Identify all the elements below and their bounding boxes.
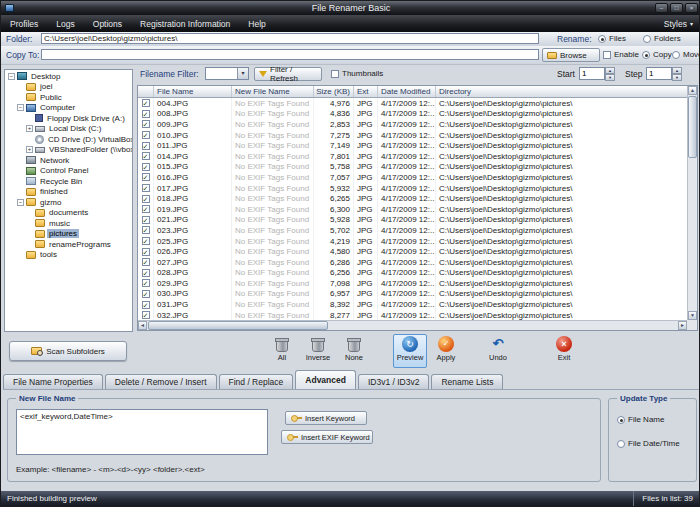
browse-button[interactable]: Browse <box>542 48 600 62</box>
start-up-icon[interactable]: ▲ <box>605 67 615 74</box>
table-row[interactable]: ✓028.JPGNo EXIF Tags Found6,256JPG4/17/2… <box>138 268 687 279</box>
row-checkbox[interactable]: ✓ <box>142 184 150 192</box>
table-row[interactable]: ✓018.JPGNo EXIF Tags Found6,265JPG4/17/2… <box>138 193 687 204</box>
tree-item-desktop[interactable]: −Desktop <box>5 71 132 82</box>
row-checkbox[interactable]: ✓ <box>142 248 150 256</box>
menu-item-help[interactable]: Help <box>239 15 274 32</box>
start-stepper[interactable]: ▲▼ <box>579 67 615 80</box>
all-button[interactable]: All <box>265 334 299 368</box>
row-checkbox[interactable]: ✓ <box>142 290 150 298</box>
tree-item-cd-drive-d-virtualbox-guest[interactable]: CD Drive (D:) VirtualBox Guest <box>5 134 132 145</box>
table-row[interactable]: ✓023.JPGNo EXIF Tags Found5,702JPG4/17/2… <box>138 225 687 236</box>
row-checkbox[interactable]: ✓ <box>142 311 150 319</box>
table-row[interactable]: ✓021.JPGNo EXIF Tags Found5,928JPG4/17/2… <box>138 215 687 226</box>
new-file-name-input[interactable]: <exif_keyword,DateTime> <box>16 409 268 455</box>
tree-item-pictures[interactable]: pictures <box>5 229 132 240</box>
tree-item-joel[interactable]: joel <box>5 82 132 93</box>
tab-file-name-properties[interactable]: File Name Properties <box>3 374 103 389</box>
vertical-scroll-thumb[interactable] <box>688 96 697 158</box>
insert-exif-keyword-button[interactable]: Insert EXIF Keyword <box>281 430 373 444</box>
tree-expander-icon[interactable]: + <box>26 125 33 132</box>
tree-item-public[interactable]: Public <box>5 92 132 103</box>
menu-item-registration-information[interactable]: Registration Information <box>131 15 239 32</box>
filename-filter-combo[interactable]: ▾ <box>205 67 249 80</box>
table-row[interactable]: ✓009.JPGNo EXIF Tags Found2,853JPG4/17/2… <box>138 119 687 130</box>
copy-option[interactable]: Copy <box>642 50 672 59</box>
insert-keyword-button[interactable]: Insert Keyword <box>285 411 367 425</box>
scroll-down-icon[interactable]: ▼ <box>688 311 697 320</box>
rename-files-option[interactable]: Files <box>598 34 626 43</box>
table-row[interactable]: ✓030.JPGNo EXIF Tags Found6,957JPG4/17/2… <box>138 289 687 300</box>
scroll-right-icon[interactable]: ► <box>678 321 687 330</box>
update-file-name-option[interactable]: File Name <box>617 415 664 424</box>
tree-item-renameprograms[interactable]: renamePrograms <box>5 239 132 250</box>
column-header-ext[interactable]: Ext <box>354 86 378 97</box>
menu-item-options[interactable]: Options <box>84 15 131 32</box>
combo-dropdown-icon[interactable]: ▾ <box>237 68 248 79</box>
row-checkbox[interactable]: ✓ <box>142 279 150 287</box>
row-checkbox[interactable]: ✓ <box>142 110 150 118</box>
tree-item-tools[interactable]: tools <box>5 250 132 261</box>
tab-find-replace[interactable]: Find / Replace <box>219 374 294 389</box>
table-row[interactable]: ✓017.JPGNo EXIF Tags Found5,932JPG4/17/2… <box>138 183 687 194</box>
table-row[interactable]: ✓026.JPGNo EXIF Tags Found4,580JPG4/17/2… <box>138 246 687 257</box>
scroll-up-icon[interactable]: ▲ <box>688 86 697 95</box>
row-checkbox[interactable]: ✓ <box>142 142 150 150</box>
tree-expander-icon[interactable]: − <box>17 199 24 206</box>
row-checkbox[interactable]: ✓ <box>142 131 150 139</box>
maximize-button[interactable]: □ <box>670 3 683 13</box>
tree-item-network[interactable]: Network <box>5 155 132 166</box>
row-checkbox[interactable]: ✓ <box>142 120 150 128</box>
tree-expander-icon[interactable]: + <box>26 146 33 153</box>
column-header-directory[interactable]: Directory <box>436 86 687 97</box>
step-input[interactable] <box>646 67 672 80</box>
tab-advanced[interactable]: Advanced <box>295 370 356 389</box>
table-row[interactable]: ✓019.JPGNo EXIF Tags Found6,300JPG4/17/2… <box>138 204 687 215</box>
column-header-size-kb[interactable]: Size (KB) <box>314 86 354 97</box>
folder-input[interactable] <box>41 33 539 44</box>
step-up-icon[interactable]: ▲ <box>672 67 682 74</box>
column-header-file-name[interactable]: File Name <box>154 86 232 97</box>
row-checkbox[interactable]: ✓ <box>142 99 150 107</box>
tree-item-computer[interactable]: −Computer <box>5 103 132 114</box>
apply-button[interactable]: Apply <box>429 334 463 368</box>
none-button[interactable]: None <box>337 334 371 368</box>
row-checkbox[interactable]: ✓ <box>142 163 150 171</box>
row-checkbox[interactable]: ✓ <box>142 216 150 224</box>
styles-menu[interactable]: Styles ▾ <box>656 19 700 29</box>
tree-item-gizmo[interactable]: −gizmo <box>5 197 132 208</box>
row-checkbox[interactable]: ✓ <box>142 173 150 181</box>
start-input[interactable] <box>579 67 605 80</box>
row-checkbox[interactable]: ✓ <box>142 226 150 234</box>
column-header-new-file-name[interactable]: New File Name <box>232 86 314 97</box>
table-row[interactable]: ✓031.JPGNo EXIF Tags Found8,392JPG4/17/2… <box>138 299 687 310</box>
tree-item-control-panel[interactable]: Control Panel <box>5 166 132 177</box>
scan-subfolders-button[interactable]: Scan Subfolders <box>9 341 127 361</box>
copy-to-input[interactable] <box>41 49 539 60</box>
row-checkbox[interactable]: ✓ <box>142 301 150 309</box>
filter-refresh-button[interactable]: Filter / Refresh <box>254 67 322 81</box>
tree-item-documents[interactable]: documents <box>5 208 132 219</box>
tree-expander-icon[interactable]: − <box>17 104 24 111</box>
row-checkbox[interactable]: ✓ <box>142 195 150 203</box>
tree-item-vbsharedfolder-vboxsvr-e[interactable]: +VBSharedFolder (\\vboxsvr) (E:) <box>5 145 132 156</box>
menu-item-profiles[interactable]: Profiles <box>1 15 47 32</box>
tree-expander-icon[interactable]: − <box>8 73 15 80</box>
row-checkbox[interactable]: ✓ <box>142 152 150 160</box>
exit-button[interactable]: Exit <box>547 334 581 368</box>
tree-item-music[interactable]: music <box>5 218 132 229</box>
filename-filter-input[interactable] <box>206 68 237 79</box>
undo-button[interactable]: Undo <box>481 334 515 368</box>
vertical-scrollbar[interactable]: ▲ ▼ <box>687 86 697 320</box>
inverse-button[interactable]: Inverse <box>301 334 335 368</box>
table-row[interactable]: ✓008.JPGNo EXIF Tags Found4,836JPG4/17/2… <box>138 109 687 120</box>
minimize-button[interactable]: – <box>655 3 668 13</box>
move-option[interactable]: Move <box>672 50 700 59</box>
row-checkbox[interactable]: ✓ <box>142 237 150 245</box>
enable-checkbox-option[interactable]: Enable <box>603 50 639 59</box>
close-button[interactable]: × <box>685 3 698 13</box>
step-down-icon[interactable]: ▼ <box>672 74 682 81</box>
row-checkbox[interactable]: ✓ <box>142 258 150 266</box>
column-header-date-modified[interactable]: Date Modified <box>378 86 436 97</box>
rename-folders-option[interactable]: Folders <box>643 34 681 43</box>
